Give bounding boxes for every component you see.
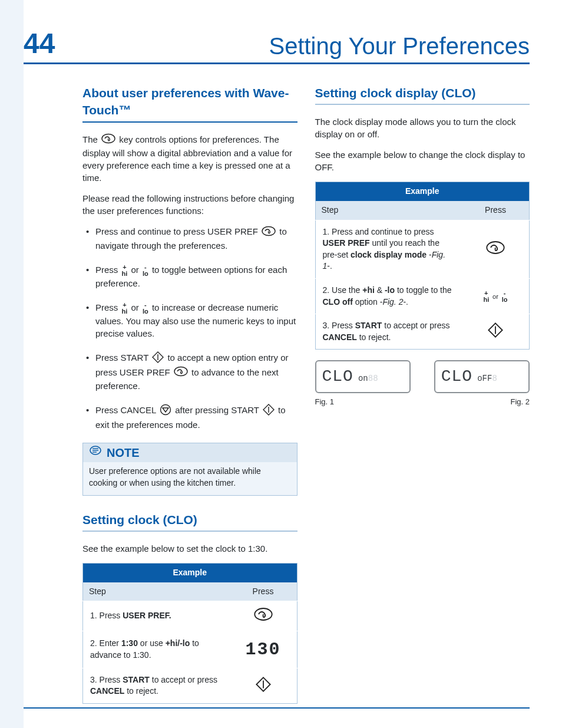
press-cell (230, 601, 297, 631)
text: or (492, 292, 498, 299)
text: -. (403, 297, 408, 307)
step-cell: 3. Press START to accept or press CANCEL… (83, 668, 230, 703)
text: -lo (385, 285, 395, 295)
instruction-list: Press and continue to press USER PREF to… (82, 225, 297, 431)
table-title: Example (315, 182, 530, 201)
intro-paragraph: The key controls options for preferences… (82, 133, 297, 185)
example-table-clockdisplay: Example Step Press 1. Press and continue… (315, 182, 530, 350)
text: 2. Enter (90, 638, 121, 648)
note-heading: NOTE (89, 443, 291, 462)
page: 44 Setting Your Preferences About user p… (0, 0, 562, 728)
step-cell: 2. Enter 1:30 or use +hi/-lo to advance … (83, 631, 230, 668)
left-column: About user preferences with Wave-Touch™ … (24, 84, 297, 714)
text: USER PREF (323, 238, 370, 248)
text: Press and continue to press USER PREF (95, 226, 260, 236)
figure-row: CLO on88 Fig. 1 CLO oFF8 Fig. 2 (315, 360, 530, 407)
text: START (355, 321, 382, 330)
heading-setting-clock: Setting clock (CLO) (82, 511, 297, 532)
col-step: Step (83, 582, 230, 601)
figure-caption: Fig. 2 (434, 397, 530, 407)
table-row: 1. Press USER PREF. (83, 601, 297, 631)
table-row: 3. Press START to accept or press CANCEL… (83, 668, 297, 703)
text: Press (95, 302, 121, 312)
text: +hi/-lo (166, 638, 190, 648)
lcd-big: CLO (441, 365, 472, 388)
heading-clock-display: Setting clock display (CLO) (315, 84, 530, 105)
press-cell (462, 220, 530, 278)
lcd-display: CLO on88 (315, 360, 411, 393)
clockdisp-p1: The clock display mode allows you to tur… (315, 116, 530, 140)
user-pref-icon (262, 226, 276, 239)
col-press: Press (462, 201, 530, 220)
lcd-ghost: 8 (492, 374, 497, 383)
table-title: Example (83, 564, 297, 582)
press-cell (230, 668, 297, 703)
text: to reject. (357, 332, 391, 342)
cancel-icon (160, 404, 171, 419)
start-icon (256, 684, 271, 694)
clockdisp-p2: See the example below to change the cloc… (315, 149, 530, 173)
note-body: User preference options are not availabl… (89, 462, 291, 489)
digit-display: 130 (245, 640, 280, 660)
figure-1: CLO on88 Fig. 1 (315, 360, 411, 407)
user-pref-icon (253, 614, 273, 623)
table-row: 2. Enter 1:30 or use +hi/-lo to advance … (83, 631, 297, 668)
text: Fig. 2 (382, 297, 403, 307)
text: CLO off (323, 297, 353, 307)
lcd-ghost: 88 (368, 374, 378, 383)
read-first: Please read the following instructions b… (82, 192, 297, 217)
header-rule (24, 62, 530, 64)
press-cell (462, 314, 530, 350)
minus-lo-icon: -lo (502, 290, 508, 303)
page-header: 44 Setting Your Preferences (24, 29, 530, 58)
start-icon (488, 330, 503, 340)
lcd-small: oFF (477, 374, 492, 383)
text: USER PREF. (123, 611, 171, 620)
right-column: Setting clock display (CLO) The clock di… (315, 84, 530, 714)
minus-lo-icon: -lo (143, 302, 148, 315)
page-number: 44 (24, 29, 55, 58)
text: 3. Press (323, 321, 355, 330)
figure-caption: Fig. 1 (315, 397, 411, 407)
footer-rule (24, 707, 530, 709)
lcd-display: CLO oFF8 (434, 360, 530, 393)
example-table-clock: Example Step Press 1. Press USER PREF. 2… (82, 563, 297, 704)
instruction-4: Press START to accept a new option entry… (82, 351, 297, 393)
table-row: 2. Use the +hi & -lo to toggle to the CL… (315, 278, 530, 314)
user-pref-icon (485, 247, 505, 256)
text: CANCEL (90, 686, 124, 696)
plus-hi-icon: +hi (122, 264, 128, 277)
svg-point-4 (160, 405, 170, 415)
text: - (427, 250, 432, 259)
press-cell: +hi or -lo (462, 278, 530, 314)
step-cell: 2. Use the +hi & -lo to toggle to the CL… (315, 278, 462, 314)
table-row: 3. Press START to accept or press CANCEL… (315, 314, 530, 350)
note-box: NOTE User preference options are not ava… (82, 443, 297, 495)
lcd-big: CLO (322, 365, 353, 388)
press-cell: 130 (230, 631, 297, 668)
text: 1:30 (121, 638, 138, 648)
user-pref-icon (174, 366, 188, 380)
text: or (131, 265, 141, 275)
instruction-5: Press CANCEL after pressing START to exi… (82, 404, 297, 431)
step-cell: 3. Press START to accept or press CANCEL… (315, 314, 462, 350)
text: The (82, 134, 100, 144)
plus-hi-icon: +hi (122, 302, 128, 315)
plus-hi-icon: +hi (483, 290, 489, 303)
text: option - (353, 297, 383, 307)
text: 2. Use the (323, 285, 363, 295)
text: Press CANCEL (95, 406, 158, 416)
page-title: Setting Your Preferences (269, 34, 530, 58)
step-cell: 1. Press USER PREF. (83, 601, 230, 631)
text: Press (95, 265, 121, 275)
note-icon (89, 444, 102, 462)
text: +hi (362, 285, 375, 295)
start-icon (152, 351, 164, 366)
text: to accept or press (382, 321, 449, 330)
figure-2: CLO oFF8 Fig. 2 (434, 360, 530, 407)
text: to toggle to the (395, 285, 452, 295)
text: to accept or press (150, 675, 217, 684)
step-cell: 1. Press and continue to press USER PREF… (315, 220, 462, 278)
text: to reject. (124, 686, 158, 696)
heading-about: About user preferences with Wave-Touch™ (82, 84, 297, 123)
